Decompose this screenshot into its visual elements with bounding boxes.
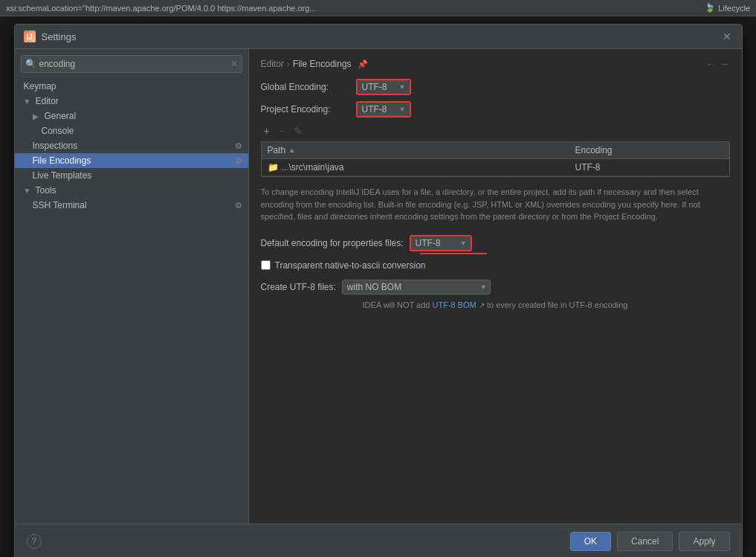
sidebar-item-general[interactable]: General (15, 109, 248, 123)
global-encoding-label: Global Encoding: (261, 82, 350, 92)
ssh-terminal-gear-icon: ⚙ (235, 201, 242, 210)
remove-button[interactable]: − (276, 123, 288, 138)
dialog-overlay: IJ Settings ✕ 🔍 ✕ Keymap (0, 16, 756, 557)
create-utf8-row: Create UTF-8 files: with NO BOM with BOM (261, 280, 730, 294)
breadcrumb-editor: Editor (261, 59, 284, 69)
path-sort-icon: ▲ (288, 147, 295, 154)
create-utf8-label: Create UTF-8 files: (261, 282, 336, 292)
sidebar-item-editor[interactable]: Editor (15, 94, 248, 109)
project-encoding-row: Project Encoding: UTF-8 (261, 101, 730, 117)
close-button[interactable]: ✕ (721, 30, 733, 42)
general-caret (33, 112, 42, 120)
bom-note: IDEA will NOT add UTF-8 BOM ↗ to every c… (261, 300, 730, 309)
dialog-bottom: ? OK Cancel Apply (15, 524, 742, 557)
settings-dialog: IJ Settings ✕ 🔍 ✕ Keymap (14, 24, 743, 557)
left-panel: 🔍 ✕ Keymap Editor General Conso (15, 49, 249, 524)
transparent-label[interactable]: Transparent native-to-ascii conversion (275, 260, 426, 271)
app-logo: IJ (24, 30, 36, 42)
dialog-body: 🔍 ✕ Keymap Editor General Conso (15, 49, 742, 524)
encoding-column-header: Encoding (569, 142, 729, 158)
sidebar-item-console[interactable]: Console (15, 123, 248, 138)
create-utf8-select-wrapper: with NO BOM with BOM (342, 280, 491, 294)
dialog-title-left: IJ Settings (24, 30, 77, 42)
dialog-title: Settings (42, 31, 77, 42)
table-toolbar: + − ✎ (261, 123, 730, 138)
bom-link[interactable]: UTF-8 BOM ↗ (433, 300, 485, 309)
folder-icon: 📁 (268, 162, 279, 173)
search-clear-icon[interactable]: ✕ (230, 59, 238, 69)
path-column-header: Path ▲ (262, 142, 569, 158)
transparent-checkbox-row: Transparent native-to-ascii conversion (261, 260, 730, 271)
search-box: 🔍 ✕ (21, 55, 242, 73)
pin-icon: 📌 (358, 59, 368, 69)
path-cell: 📁 ...\src\main\java (262, 159, 569, 176)
forward-button[interactable]: → (720, 58, 730, 70)
add-button[interactable]: + (261, 123, 273, 138)
sidebar-item-live-templates[interactable]: Live Templates (15, 168, 248, 183)
sidebar-item-keymap[interactable]: Keymap (15, 79, 248, 94)
sidebar-item-inspections[interactable]: Inspections ⚙ (15, 138, 248, 153)
right-panel: Editor › File Encodings 📌 ← → Global Enc… (249, 49, 742, 524)
ok-button[interactable]: OK (570, 532, 611, 551)
default-encoding-select-wrapper: UTF-8 (410, 235, 472, 251)
info-text: To change encoding IntelliJ IDEA uses fo… (261, 186, 730, 223)
dialog-titlebar: IJ Settings ✕ (15, 25, 742, 49)
default-encoding-select[interactable]: UTF-8 (411, 236, 471, 250)
project-encoding-wrapper: UTF-8 (356, 101, 411, 117)
transparent-checkbox[interactable] (261, 260, 271, 270)
top-bar-code: xsi:schemaLocation="http://maven.apache.… (6, 4, 705, 13)
global-encoding-wrapper: UTF-8 (356, 79, 411, 95)
help-button[interactable]: ? (27, 534, 42, 549)
sidebar-item-ssh-terminal[interactable]: SSH Terminal ⚙ (15, 198, 248, 213)
global-encoding-row: Global Encoding: UTF-8 (261, 79, 730, 95)
project-encoding-select[interactable]: UTF-8 (358, 103, 410, 116)
back-button[interactable]: ← (706, 58, 717, 70)
edit-button[interactable]: ✎ (291, 123, 306, 138)
default-encoding-underline (420, 253, 487, 254)
file-encodings-gear-icon: ⚙ (235, 156, 242, 166)
table-row[interactable]: 📁 ...\src\main\java UTF-8 (262, 159, 729, 176)
breadcrumb-current: File Encodings (293, 59, 352, 69)
tools-caret (24, 187, 33, 195)
sidebar-item-tools[interactable]: Tools (15, 183, 248, 198)
bottom-buttons: OK Cancel Apply (570, 532, 730, 551)
search-input[interactable] (21, 55, 242, 73)
global-encoding-select[interactable]: UTF-8 (358, 80, 410, 94)
sidebar-item-file-encodings[interactable]: File Encodings ⚙ (15, 153, 248, 168)
default-encoding-label: Default encoding for properties files: (261, 238, 404, 248)
lifecycle-icon: 🍃 (705, 3, 715, 13)
breadcrumb-sep: › (287, 59, 290, 69)
editor-caret (24, 97, 33, 106)
project-encoding-label: Project Encoding: (261, 104, 350, 115)
encoding-table: Path ▲ Encoding 📁 ...\src\main\java UTF-… (261, 141, 730, 177)
inspections-gear-icon: ⚙ (235, 141, 242, 151)
top-bar: xsi:schemaLocation="http://maven.apache.… (0, 0, 756, 16)
bom-arrow: ↗ (479, 301, 485, 309)
breadcrumb-nav: ← → (706, 58, 730, 70)
create-utf8-select[interactable]: with NO BOM with BOM (342, 280, 491, 294)
cancel-button[interactable]: Cancel (617, 532, 673, 551)
search-icon: 🔍 (25, 59, 36, 69)
table-header: Path ▲ Encoding (262, 142, 729, 159)
apply-button[interactable]: Apply (679, 532, 729, 551)
default-encoding-row: Default encoding for properties files: U… (261, 235, 730, 251)
encoding-cell: UTF-8 (569, 159, 729, 176)
lifecycle-label: 🍃 Lifecycle (705, 3, 750, 13)
breadcrumb: Editor › File Encodings 📌 ← → (261, 58, 730, 70)
